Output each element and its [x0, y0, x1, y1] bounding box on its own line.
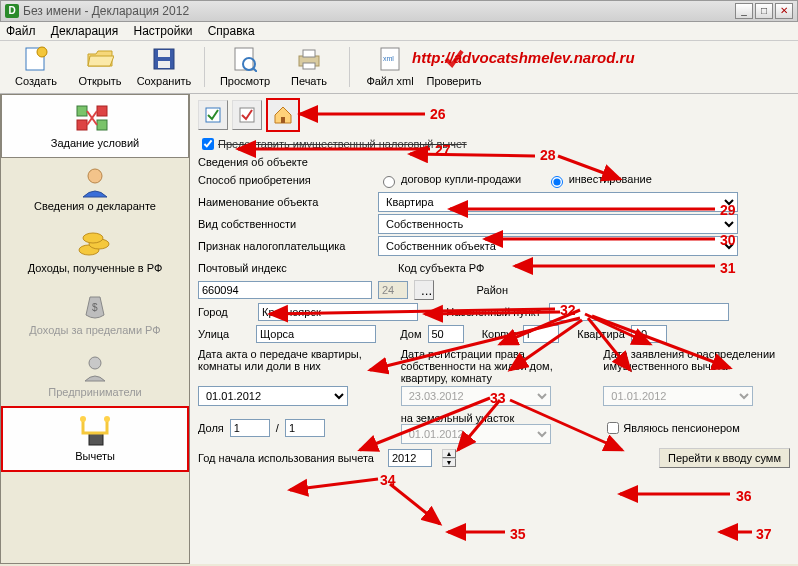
sidebar-item-deductions[interactable]: Вычеты	[1, 406, 189, 472]
postal-label: Почтовый индекс	[198, 262, 378, 274]
street-label: Улица	[198, 328, 250, 340]
sidebar-item-declarant[interactable]: Сведения о декларанте	[1, 158, 189, 220]
annot-36: 36	[736, 488, 752, 504]
date-reg-label: Дата регистрации права собственности на …	[401, 348, 588, 384]
flat-label: Квартира	[577, 328, 625, 340]
ownership-select[interactable]: Собственность	[378, 214, 738, 234]
taxpayer-select[interactable]: Собственник объекта	[378, 236, 738, 256]
date-act-label: Дата акта о передаче квартиры, комнаты и…	[198, 348, 385, 384]
year-input[interactable]	[388, 449, 432, 467]
svg-point-19	[88, 169, 102, 183]
new-doc-icon	[22, 45, 50, 73]
svg-rect-15	[77, 120, 87, 130]
annot-35: 35	[510, 526, 526, 542]
pension-checkbox[interactable]	[607, 422, 619, 434]
window-title: Без имени - Декларация 2012	[23, 4, 189, 18]
grant-label: Предоставить имущественный налоговый выч…	[218, 138, 467, 150]
svg-rect-3	[158, 50, 170, 57]
svg-point-22	[83, 233, 103, 243]
korpus-label: Корпус	[482, 328, 517, 340]
open-button[interactable]: Открыть	[72, 45, 128, 87]
locality-label: Населенный пункт	[446, 306, 541, 318]
coins-icon	[5, 226, 185, 262]
radio-invest-label: инвестирование	[569, 173, 652, 185]
house-input[interactable]	[428, 325, 464, 343]
save-button[interactable]: Сохранить	[136, 45, 192, 87]
close-button[interactable]: ✕	[775, 3, 793, 19]
region-label: Код субъекта РФ	[398, 262, 484, 274]
preview-button[interactable]: Просмотр	[217, 45, 273, 87]
svg-rect-25	[89, 433, 103, 445]
city-label: Город	[198, 306, 250, 318]
file-xml-button[interactable]: xml Файл xml	[362, 45, 418, 87]
svg-point-24	[89, 357, 101, 369]
svg-point-26	[80, 416, 86, 422]
share-num-input[interactable]	[230, 419, 270, 437]
date-reg-input[interactable]: 23.03.2012	[401, 386, 551, 406]
menu-help[interactable]: Справка	[208, 24, 255, 38]
city-input[interactable]	[258, 303, 418, 321]
svg-rect-10	[303, 63, 315, 69]
tab-property[interactable]	[266, 98, 300, 132]
entrepreneur-icon	[5, 350, 185, 386]
radio-contract[interactable]	[383, 176, 395, 188]
grant-checkbox[interactable]	[202, 138, 214, 150]
house-label: Дом	[400, 328, 421, 340]
street-input[interactable]	[256, 325, 376, 343]
menu-declaration[interactable]: Декларация	[51, 24, 118, 38]
obj-name-select[interactable]: Квартира	[378, 192, 738, 212]
taxpayer-label: Признак налогоплательщика	[198, 240, 378, 252]
date-decl-label: Дата заявления о распределении имуществе…	[603, 348, 790, 384]
annot-34: 34	[380, 472, 396, 488]
svg-rect-4	[158, 61, 170, 68]
svg-point-1	[37, 47, 47, 57]
region-code-input[interactable]	[378, 281, 408, 299]
svg-rect-13	[77, 106, 87, 116]
year-down-button[interactable]: ▼	[442, 458, 456, 467]
menu-settings[interactable]: Настройки	[134, 24, 193, 38]
korpus-input[interactable]	[523, 325, 559, 343]
svg-line-49	[290, 479, 378, 490]
svg-rect-14	[97, 120, 107, 130]
acq-label: Способ приобретения	[198, 174, 378, 186]
xml-file-icon: xml	[376, 45, 404, 73]
create-button[interactable]: Создать	[8, 45, 64, 87]
postal-input[interactable]	[198, 281, 372, 299]
region-lookup-button[interactable]: ...	[414, 280, 434, 300]
svg-rect-16	[97, 106, 107, 116]
flat-input[interactable]	[631, 325, 667, 343]
app-icon: D	[5, 4, 19, 18]
sidebar-item-income-foreign[interactable]: $ Доходы за пределами РФ	[1, 282, 189, 344]
land-label: на земельный участок	[401, 412, 515, 424]
deduction-tabs	[198, 98, 790, 132]
sidebar-item-income-rf[interactable]: Доходы, полученные в РФ	[1, 220, 189, 282]
year-up-button[interactable]: ▲	[442, 449, 456, 458]
go-sums-button[interactable]: Перейти к вводу сумм	[659, 448, 790, 468]
main-toolbar: Создать Открыть Сохранить Просмотр Печат…	[0, 41, 798, 94]
content-pane: Предоставить имущественный налоговый выч…	[190, 94, 798, 564]
tab-standard[interactable]	[198, 100, 228, 130]
svg-line-7	[253, 68, 257, 72]
svg-rect-30	[281, 117, 285, 123]
menu-file[interactable]: Файл	[6, 24, 36, 38]
share-den-input[interactable]	[285, 419, 325, 437]
tab-social[interactable]	[232, 100, 262, 130]
svg-text:$: $	[92, 302, 98, 313]
save-icon	[150, 45, 178, 73]
share-label: Доля	[198, 422, 224, 434]
radio-invest[interactable]	[551, 176, 563, 188]
print-button[interactable]: Печать	[281, 45, 337, 87]
sidebar-item-entrepreneurs[interactable]: Предприниматели	[1, 344, 189, 406]
minimize-button[interactable]: _	[735, 3, 753, 19]
radio-contract-label: договор купли-продажи	[401, 173, 521, 185]
locality-input[interactable]	[549, 303, 729, 321]
folder-open-icon	[86, 45, 114, 73]
maximize-button[interactable]: □	[755, 3, 773, 19]
title-bar: D Без имени - Декларация 2012 _ □ ✕	[0, 0, 798, 22]
land-date-input: 01.01.2012	[401, 424, 551, 444]
district-label: Район	[477, 284, 508, 296]
year-label: Год начала использования вычета	[198, 452, 378, 464]
deductions-icon	[7, 414, 183, 450]
sidebar-item-conditions[interactable]: Задание условий	[1, 94, 189, 158]
date-act-input[interactable]: 01.01.2012	[198, 386, 348, 406]
